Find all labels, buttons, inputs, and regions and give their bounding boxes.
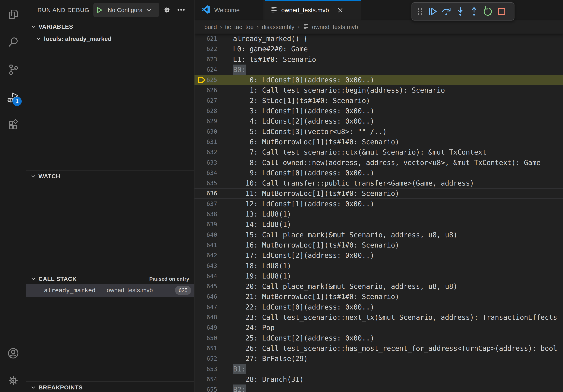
code-text[interactable]: 8: Call owned::new(address, address, vec… bbox=[233, 157, 540, 168]
line-number[interactable]: 634 bbox=[194, 168, 217, 178]
line-number[interactable]: 639 bbox=[194, 219, 217, 230]
line-number[interactable]: 628 bbox=[194, 106, 217, 116]
toolbar-drag-handle[interactable] bbox=[415, 3, 426, 19]
code-text[interactable]: 0: LdConst[0](address: 0x00..) bbox=[233, 75, 374, 85]
code-line-647[interactable]: 647 22: LdConst[0](address: 0x00..) bbox=[194, 302, 563, 312]
code-text[interactable]: 3: LdConst[1](address: 0x00..) bbox=[233, 106, 374, 116]
code-text[interactable]: 2: StLoc[1](ts#1#0: Scenario) bbox=[233, 95, 370, 106]
code-line-648[interactable]: 648 23: Call test_scenario::next_tx(&mut… bbox=[194, 312, 563, 323]
code-line-626[interactable]: 626 1: Call test_scenario::begin(address… bbox=[194, 85, 563, 95]
breadcrumb-item[interactable]: build bbox=[204, 24, 217, 30]
code-line-646[interactable]: 646 21: MutBorrowLoc[1](ts#1#0: Scenario… bbox=[194, 291, 563, 302]
code-text[interactable]: 26: Call test_scenario::has_most_recent_… bbox=[233, 343, 557, 353]
line-number[interactable]: 653 bbox=[194, 364, 217, 374]
step-over-button[interactable] bbox=[439, 3, 453, 19]
variables-scope-locals[interactable]: locals: already_marked bbox=[26, 34, 194, 44]
code-line-634[interactable]: 634 9: LdConst[0](address: 0x00..) bbox=[194, 168, 563, 178]
code-text[interactable]: 27: BrFalse(29) bbox=[233, 353, 308, 364]
code-line-627[interactable]: 627 2: StLoc[1](ts#1#0: Scenario) bbox=[194, 95, 563, 106]
breadcrumb-item[interactable]: disassembly bbox=[262, 24, 294, 30]
code-line-632[interactable]: 632 7: Call test_scenario::ctx(&mut Scen… bbox=[194, 147, 563, 157]
close-icon[interactable] bbox=[336, 6, 345, 15]
breadcrumb-item-file[interactable]: owned_tests.mvb bbox=[303, 23, 358, 31]
line-number[interactable]: 621 bbox=[194, 34, 217, 44]
code-line-654[interactable]: 654 28: Branch(31) bbox=[194, 374, 563, 384]
code-line-631[interactable]: 631 6: MutBorrowLoc[1](ts#1#0: Scenario) bbox=[194, 137, 563, 147]
variables-section-header[interactable]: VARIABLES bbox=[26, 22, 194, 31]
code-text[interactable]: 16: MutBorrowLoc[1](ts#1#0: Scenario) bbox=[233, 240, 399, 250]
code-line-653[interactable]: 653B1: bbox=[194, 364, 563, 374]
line-number[interactable]: 635 bbox=[194, 178, 217, 188]
launch-configuration-dropdown[interactable]: No Configura bbox=[93, 3, 159, 17]
code-line-623[interactable]: 623L1: ts#1#0: Scenario bbox=[194, 54, 563, 65]
line-number[interactable]: 641 bbox=[194, 240, 217, 250]
tab-welcome[interactable]: Welcome bbox=[194, 0, 264, 20]
code-text[interactable]: 4: LdConst[2](address: 0x00..) bbox=[233, 116, 374, 126]
code-text[interactable]: 15: Call place_mark(&mut Scenario, addre… bbox=[233, 230, 458, 240]
section-sash[interactable] bbox=[26, 381, 194, 382]
code-text[interactable]: 12: LdConst[1](address: 0x00..) bbox=[233, 199, 374, 209]
code-line-645[interactable]: 645 20: Call place_mark(&mut Scenario, a… bbox=[194, 281, 563, 291]
tab-owned-tests[interactable]: owned_tests.mvb bbox=[265, 0, 361, 21]
sidebar-item-run-and-debug[interactable]: 1 bbox=[0, 88, 26, 109]
section-sash[interactable] bbox=[26, 170, 194, 170]
sidebar-item-source-control[interactable] bbox=[0, 59, 26, 81]
line-number[interactable]: 640 bbox=[194, 230, 217, 240]
code-line-622[interactable]: 622L0: game#2#0: Game bbox=[194, 44, 563, 54]
code-text[interactable]: 23: Call test_scenario::next_tx(&mut Sce… bbox=[233, 312, 557, 323]
code-text[interactable]: 21: MutBorrowLoc[1](ts#1#0: Scenario) bbox=[233, 291, 399, 302]
code-line-630[interactable]: 630 5: LdConst[3](vector<u8>: "" /..) bbox=[194, 127, 563, 137]
line-number[interactable]: 638 bbox=[194, 209, 217, 219]
line-number[interactable]: 633 bbox=[194, 157, 217, 168]
line-number[interactable]: 637 bbox=[194, 199, 217, 209]
line-number[interactable]: 626 bbox=[194, 85, 217, 95]
sidebar-item-extensions[interactable] bbox=[0, 115, 26, 137]
manage-button[interactable] bbox=[0, 370, 26, 392]
code-line-644[interactable]: 644 19: LdU8(1) bbox=[194, 271, 563, 281]
line-number[interactable]: 652 bbox=[194, 353, 217, 364]
code-line-649[interactable]: 649 24: Pop bbox=[194, 323, 563, 333]
code-text[interactable]: 24: Pop bbox=[233, 323, 275, 333]
line-number[interactable]: 647 bbox=[194, 302, 217, 312]
code-text[interactable]: 17: LdConst[2](address: 0x00..) bbox=[233, 250, 374, 261]
code-line-628[interactable]: 628 3: LdConst[1](address: 0x00..) bbox=[194, 106, 563, 116]
code-line-650[interactable]: 650 25: LdConst[2](address: 0x00..) bbox=[194, 333, 563, 343]
accounts-button[interactable] bbox=[0, 343, 26, 365]
code-line-642[interactable]: 642 17: LdConst[2](address: 0x00..) bbox=[194, 250, 563, 261]
line-number[interactable]: 655 bbox=[194, 384, 217, 392]
code-line-641[interactable]: 641 16: MutBorrowLoc[1](ts#1#0: Scenario… bbox=[194, 240, 563, 250]
call-stack-frame-row[interactable]: already_marked owned_tests.mvb 625 bbox=[26, 284, 194, 297]
code-line-639[interactable]: 639 14: LdU8(1) bbox=[194, 219, 563, 230]
code-text[interactable]: 20: Call place_mark(&mut Scenario, addre… bbox=[233, 281, 458, 291]
code-text[interactable]: 14: LdU8(1) bbox=[233, 219, 291, 230]
code-line-625[interactable]: 625 0: LdConst[0](address: 0x00..) bbox=[194, 75, 563, 85]
code-text[interactable]: 22: LdConst[0](address: 0x00..) bbox=[233, 302, 374, 312]
stop-button[interactable] bbox=[495, 3, 509, 19]
code-text[interactable]: 6: MutBorrowLoc[1](ts#1#0: Scenario) bbox=[233, 137, 399, 147]
line-number[interactable]: 643 bbox=[194, 261, 217, 271]
line-number[interactable]: 636 bbox=[194, 188, 217, 198]
line-number[interactable]: 627 bbox=[194, 95, 217, 106]
sidebar-item-search[interactable] bbox=[0, 32, 26, 53]
code-text[interactable]: 18: LdU8(1) bbox=[233, 261, 291, 271]
code-text[interactable]: 5: LdConst[3](vector<u8>: "" /..) bbox=[233, 127, 387, 137]
debug-settings-button[interactable] bbox=[162, 6, 171, 15]
line-number[interactable]: 631 bbox=[194, 137, 217, 147]
line-number[interactable]: 654 bbox=[194, 374, 217, 384]
code-line-640[interactable]: 640 15: Call place_mark(&mut Scenario, a… bbox=[194, 230, 563, 240]
code-text[interactable]: 25: LdConst[2](address: 0x00..) bbox=[233, 333, 374, 343]
code-line-635[interactable]: 635 10: Call transfer::public_transfer<G… bbox=[194, 178, 563, 188]
continue-button[interactable] bbox=[426, 3, 439, 19]
code-text[interactable]: 11: MutBorrowLoc[1](ts#1#0: Scenario) bbox=[233, 188, 399, 198]
code-text[interactable]: 1: Call test_scenario::begin(address): S… bbox=[233, 85, 445, 95]
code-text[interactable]: 19: LdU8(1) bbox=[233, 271, 291, 281]
call-stack-section-header[interactable]: CALL STACK Paused on entry bbox=[26, 274, 194, 284]
code-text[interactable]: 9: LdConst[0](address: 0x00..) bbox=[233, 168, 374, 178]
code-line-655[interactable]: 655B2: bbox=[194, 384, 563, 392]
code-line-637[interactable]: 637 12: LdConst[1](address: 0x00..) bbox=[194, 199, 563, 209]
section-sash[interactable] bbox=[26, 273, 194, 273]
code-line-638[interactable]: 638 13: LdU8(1) bbox=[194, 209, 563, 219]
line-number[interactable]: 650 bbox=[194, 333, 217, 343]
step-out-button[interactable] bbox=[467, 3, 481, 19]
line-number[interactable]: 632 bbox=[194, 147, 217, 157]
